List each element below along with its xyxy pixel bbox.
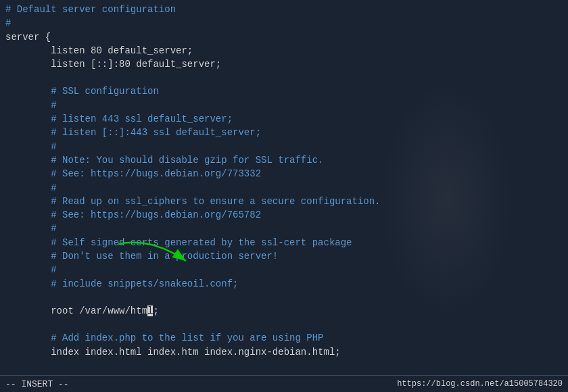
code-line: #: [0, 16, 568, 30]
code-line: # listen 443 ssl default_server;: [0, 112, 568, 126]
code-line: # Read up on ssl_ciphers to ensure a sec…: [0, 195, 568, 208]
code-line: root /var/www/html;: [0, 304, 568, 318]
code-line: # Default server configuration: [0, 3, 568, 16]
code-line: # listen [::]:443 ssl default_server;: [0, 126, 568, 139]
code-line: [0, 359, 568, 372]
code-line: #: [0, 222, 568, 235]
code-line: # include snippets/snakeoil.conf;: [0, 277, 568, 291]
code-line: # Self signed certs generated by the ssl…: [0, 236, 568, 249]
code-line: [0, 318, 568, 331]
code-line: #: [0, 99, 568, 112]
code-line: # Don't use them in a production server!: [0, 249, 568, 263]
code-line: server {: [0, 30, 568, 44]
code-line: # See: https://bugs.debian.org/773332: [0, 167, 568, 180]
url-indicator: https://blog.csdn.net/a15005784320: [397, 379, 563, 389]
insert-mode-indicator: -- INSERT --: [5, 379, 69, 389]
code-line: server_name _;: [0, 372, 568, 375]
editor-container[interactable]: # Default server configuration#server { …: [0, 0, 568, 375]
code-content: # Default server configuration#server { …: [0, 3, 568, 375]
code-line: #: [0, 181, 568, 195]
code-line: # Note: You should disable gzip for SSL …: [0, 153, 568, 167]
code-line: listen 80 default_server;: [0, 44, 568, 57]
status-bar: -- INSERT -- https://blog.csdn.net/a1500…: [0, 375, 568, 392]
code-line: [0, 291, 568, 304]
code-line: # See: https://bugs.debian.org/765782: [0, 208, 568, 222]
code-line: # SSL configuration: [0, 84, 568, 98]
code-line: #: [0, 140, 568, 153]
code-line: # Add index.php to the list if you are u…: [0, 331, 568, 345]
code-line: listen [::]:80 default_server;: [0, 57, 568, 71]
code-line: index index.html index.htm index.nginx-d…: [0, 345, 568, 359]
code-line: [0, 71, 568, 84]
code-line: #: [0, 263, 568, 276]
